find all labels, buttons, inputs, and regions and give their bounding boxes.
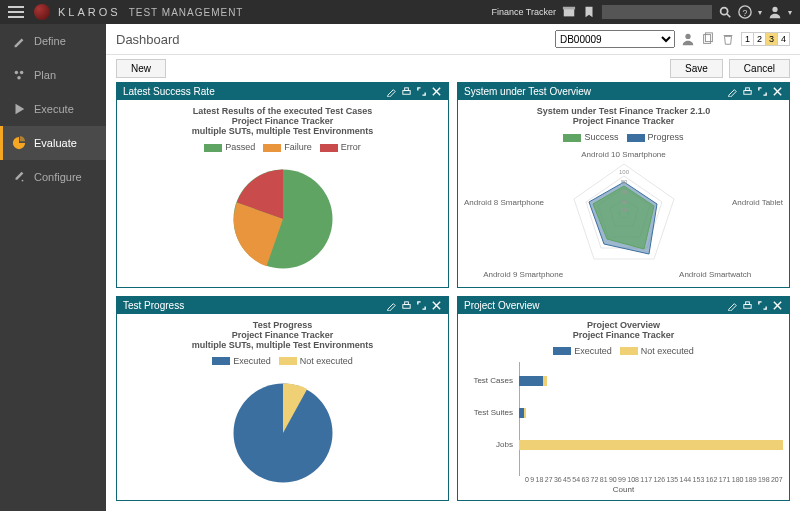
svg-line-3 bbox=[727, 14, 731, 18]
svg-text:40: 40 bbox=[620, 199, 627, 205]
edit-icon[interactable] bbox=[386, 86, 397, 97]
svg-rect-35 bbox=[746, 301, 750, 304]
widget-title: Project Overview bbox=[464, 300, 723, 311]
svg-rect-17 bbox=[744, 91, 751, 95]
define-icon bbox=[12, 34, 26, 48]
pie-chart bbox=[123, 158, 442, 281]
delete-icon[interactable] bbox=[721, 32, 735, 46]
chart-legend: Passed Failure Error bbox=[204, 142, 361, 152]
sidebar-item-label: Execute bbox=[34, 103, 74, 115]
widget-title: System under Test Overview bbox=[464, 86, 723, 97]
print-icon[interactable] bbox=[742, 86, 753, 97]
close-icon[interactable] bbox=[431, 300, 442, 311]
dashboard-selector[interactable]: DB00009 bbox=[555, 30, 675, 48]
dropdown-caret-icon: ▾ bbox=[758, 8, 762, 17]
svg-rect-1 bbox=[563, 7, 575, 10]
close-icon[interactable] bbox=[772, 86, 783, 97]
project-name: Finance Tracker bbox=[491, 7, 556, 17]
expand-icon[interactable] bbox=[416, 300, 427, 311]
expand-icon[interactable] bbox=[757, 300, 768, 311]
close-icon[interactable] bbox=[431, 86, 442, 97]
page-title: Dashboard bbox=[116, 32, 549, 47]
expand-icon[interactable] bbox=[416, 86, 427, 97]
svg-rect-34 bbox=[744, 304, 751, 308]
sidebar-item-label: Evaluate bbox=[34, 137, 77, 149]
svg-text:80: 80 bbox=[620, 179, 627, 185]
search-icon[interactable] bbox=[718, 5, 732, 19]
svg-rect-32 bbox=[405, 301, 409, 304]
save-button[interactable]: Save bbox=[670, 59, 723, 78]
chart-subtitle: Project Finance Tracker bbox=[573, 116, 675, 126]
sidebar-item-define[interactable]: Define bbox=[0, 24, 106, 58]
sidebar-item-label: Configure bbox=[34, 171, 82, 183]
edit-icon[interactable] bbox=[727, 86, 738, 97]
sidebar-item-label: Define bbox=[34, 35, 66, 47]
sidebar-item-configure[interactable]: Configure bbox=[0, 160, 106, 194]
svg-point-2 bbox=[721, 8, 728, 15]
svg-point-8 bbox=[20, 71, 24, 75]
user-icon[interactable] bbox=[768, 5, 782, 19]
print-icon[interactable] bbox=[742, 300, 753, 311]
print-icon[interactable] bbox=[401, 300, 412, 311]
svg-point-7 bbox=[15, 71, 19, 75]
edit-icon[interactable] bbox=[727, 300, 738, 311]
svg-rect-14 bbox=[403, 91, 410, 95]
close-icon[interactable] bbox=[772, 300, 783, 311]
sidebar-item-plan[interactable]: Plan bbox=[0, 58, 106, 92]
new-button[interactable]: New bbox=[116, 59, 166, 78]
chart-title: Test Progress bbox=[253, 320, 312, 330]
sidebar-item-execute[interactable]: Execute bbox=[0, 92, 106, 126]
chart-subtitle: Project Finance Tracker bbox=[232, 116, 334, 126]
configure-icon bbox=[12, 170, 26, 184]
execute-icon bbox=[12, 102, 26, 116]
plan-icon bbox=[12, 68, 26, 82]
x-axis-ticks: 0918273645546372819099108117126135144153… bbox=[525, 476, 783, 483]
edit-icon[interactable] bbox=[386, 300, 397, 311]
chart-subtitle: Project Finance Tracker bbox=[232, 330, 334, 340]
brand-subtitle: TEST MANAGEMENT bbox=[129, 7, 244, 18]
x-axis-label: Count bbox=[464, 485, 783, 494]
user-assign-icon[interactable] bbox=[681, 32, 695, 46]
chart-title: Latest Results of the executed Test Case… bbox=[193, 106, 372, 116]
svg-point-11 bbox=[685, 34, 690, 39]
widget-latest-success: Latest Success Rate Latest Results of th… bbox=[116, 82, 449, 288]
sidebar-item-evaluate[interactable]: Evaluate bbox=[0, 126, 106, 160]
hamburger-icon[interactable] bbox=[8, 6, 24, 18]
chart-legend: Success Progress bbox=[563, 132, 683, 142]
svg-text:?: ? bbox=[743, 8, 748, 18]
chart-subtitle: multiple SUTs, multiple Test Environment… bbox=[192, 340, 374, 350]
bookmark-icon[interactable] bbox=[582, 5, 596, 19]
sidebar: Define Plan Execute Evaluate Configure bbox=[0, 24, 106, 511]
widget-title: Latest Success Rate bbox=[123, 86, 382, 97]
widget-title: Test Progress bbox=[123, 300, 382, 311]
pie-chart bbox=[123, 372, 442, 495]
svg-rect-18 bbox=[746, 88, 750, 91]
svg-rect-0 bbox=[564, 9, 575, 17]
expand-icon[interactable] bbox=[757, 86, 768, 97]
widget-test-progress: Test Progress Test Progress Project Fina… bbox=[116, 296, 449, 502]
topbar: KLAROS TEST MANAGEMENT Finance Tracker ?… bbox=[0, 0, 800, 24]
svg-rect-31 bbox=[403, 304, 410, 308]
chart-title: System under Test Finance Tracker 2.1.0 bbox=[537, 106, 710, 116]
sidebar-item-label: Plan bbox=[34, 69, 56, 81]
archive-icon[interactable] bbox=[562, 5, 576, 19]
cancel-button[interactable]: Cancel bbox=[729, 59, 790, 78]
widget-sut-overview: System under Test Overview System under … bbox=[457, 82, 790, 288]
print-icon[interactable] bbox=[401, 86, 412, 97]
svg-point-6 bbox=[772, 7, 777, 12]
chart-subtitle: Project Finance Tracker bbox=[464, 330, 783, 340]
chart-subtitle: multiple SUTs, multiple Test Environment… bbox=[192, 126, 374, 136]
copy-icon[interactable] bbox=[701, 32, 715, 46]
pager[interactable]: 1234 bbox=[741, 32, 790, 46]
bar-chart: Test Cases Test Suites Jobs bbox=[519, 362, 783, 477]
svg-text:60: 60 bbox=[620, 189, 627, 195]
evaluate-icon bbox=[12, 136, 26, 150]
svg-point-10 bbox=[22, 180, 24, 182]
help-icon[interactable]: ? bbox=[738, 5, 752, 19]
svg-text:100: 100 bbox=[618, 169, 629, 175]
search-input[interactable] bbox=[602, 5, 712, 19]
svg-point-9 bbox=[17, 76, 21, 80]
brand-name: KLAROS bbox=[58, 6, 121, 18]
page-header: Dashboard DB00009 1234 bbox=[106, 24, 800, 55]
radar-chart: 100 80 60 40 20 Android 10 Smartphone An… bbox=[464, 148, 783, 281]
